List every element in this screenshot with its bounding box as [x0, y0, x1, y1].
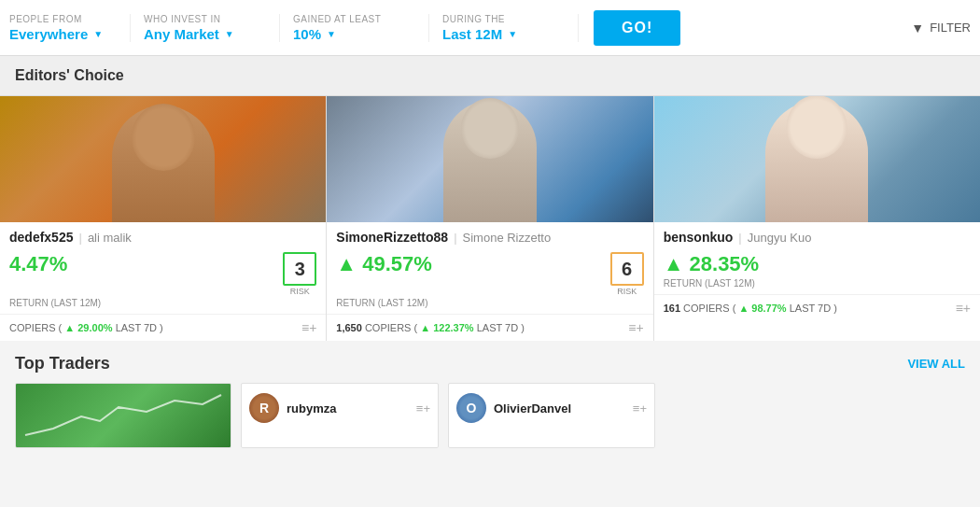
card-identity-1: dedefx525 | ali malik: [0, 222, 326, 248]
gained-at-least-arrow-icon: ▼: [327, 29, 336, 39]
card-identity-2: SimoneRizzetto88 | Simone Rizzetto: [327, 222, 652, 248]
who-invest-in-arrow-icon: ▼: [225, 29, 234, 39]
return-value-1: 4.47%: [9, 252, 67, 276]
mini-copy-icon-olivierdanvel[interactable]: ≡+: [633, 401, 647, 415]
mini-avatar-rubymza: R: [249, 393, 279, 423]
risk-badge-2: 6: [610, 252, 644, 286]
risk-label-1: RISK: [290, 287, 310, 296]
copiers-count-3: 161: [664, 303, 680, 314]
copiers-change-3: ▲ 98.77%: [738, 303, 786, 314]
go-button[interactable]: GO!: [594, 10, 680, 46]
risk-block-2: 6 RISK: [610, 252, 644, 296]
view-all-button[interactable]: VIEW ALL: [907, 357, 965, 371]
mini-card-chart-photo: [16, 384, 231, 447]
gained-at-least-filter[interactable]: GAINED AT LEAST 10% ▼: [280, 14, 429, 42]
people-from-filter[interactable]: PEOPLE FROM Everywhere ▼: [9, 14, 131, 42]
people-from-arrow-icon: ▼: [93, 29, 103, 39]
return-label-1: RETURN (LAST 12M): [0, 298, 326, 314]
card-separator-3: |: [738, 231, 741, 245]
filter-bar: PEOPLE FROM Everywhere ▼ WHO INVEST IN A…: [0, 0, 980, 56]
who-invest-in-value[interactable]: Any Market ▼: [144, 26, 266, 42]
copiers-change-1: ▲ 29.00%: [64, 322, 112, 333]
trader-photo-1: [0, 96, 326, 222]
copy-icon-1[interactable]: ≡+: [301, 320, 316, 335]
risk-label-2: RISK: [617, 287, 637, 296]
card-separator-1: |: [78, 231, 81, 245]
card-identity-3: bensonkuo | Jungyu Kuo: [654, 222, 980, 248]
card-copiers-2: 1,650 COPIERS ( ▲ 122.37% LAST 7D ) ≡+: [327, 314, 652, 341]
top-traders-header: Top Traders VIEW ALL: [0, 341, 980, 383]
card-realname-1: ali malik: [88, 231, 132, 245]
mini-username-olivierdanvel: OlivierDanvel: [494, 401, 571, 415]
copiers-count-2: 1,650: [336, 322, 362, 333]
return-value-3: ▲ 28.35%: [664, 252, 760, 276]
mini-card-chart: [15, 383, 231, 448]
mini-avatar-olivierdanvel: O: [456, 393, 486, 423]
during-the-label: DURING THE: [442, 14, 565, 24]
card-return-2: ▲ 49.57% 6 RISK: [327, 248, 652, 298]
filter-button[interactable]: ▼ FILTER: [911, 21, 971, 35]
risk-block-1: 3 RISK: [283, 252, 316, 296]
card-return-3: ▲ 28.35%: [654, 248, 980, 278]
mini-username-rubymza: rubymza: [287, 401, 336, 415]
top-traders-title: Top Traders: [15, 354, 110, 373]
card-separator-2: |: [454, 231, 456, 245]
card-username-2: SimoneRizzetto88: [336, 230, 448, 245]
card-username-1: dedefx525: [9, 230, 73, 245]
card-realname-3: Jungyu Kuo: [748, 231, 812, 245]
return-label-3: RETURN (LAST 12M): [654, 278, 980, 294]
mini-card-olivierdanvel-identity: O OlivierDanvel ≡+: [449, 384, 654, 432]
copy-icon-3[interactable]: ≡+: [956, 301, 971, 316]
chart-svg: [16, 384, 231, 447]
card-realname-2: Simone Rizzetto: [463, 231, 552, 245]
filter-icon: ▼: [911, 21, 924, 35]
during-the-arrow-icon: ▼: [508, 29, 517, 39]
card-username-3: bensonkuo: [664, 230, 734, 245]
gained-at-least-label: GAINED AT LEAST: [293, 14, 415, 24]
people-from-value[interactable]: Everywhere ▼: [9, 26, 117, 42]
gained-at-least-value[interactable]: 10% ▼: [293, 26, 415, 42]
mini-card-rubymza-identity: R rubymza ≡+: [242, 384, 438, 432]
card-return-1: 4.47% 3 RISK: [0, 248, 326, 298]
mini-card-rubymza: R rubymza ≡+: [241, 383, 439, 448]
trader-card-1: dedefx525 | ali malik 4.47% 3 RISK RETUR…: [0, 96, 327, 341]
trader-card-3: bensonkuo | Jungyu Kuo ▲ 28.35% RETURN (…: [654, 96, 980, 341]
trader-photo-2: [327, 96, 652, 222]
trader-photo-3: [654, 96, 980, 222]
risk-badge-1: 3: [283, 252, 316, 286]
card-copiers-1: COPIERS ( ▲ 29.00% LAST 7D ) ≡+: [0, 314, 326, 341]
trader-card-2: SimoneRizzetto88 | Simone Rizzetto ▲ 49.…: [327, 96, 653, 341]
copy-icon-2[interactable]: ≡+: [628, 320, 643, 335]
people-from-label: PEOPLE FROM: [9, 14, 117, 24]
return-value-2: ▲ 49.57%: [336, 252, 432, 276]
editors-choice-header: Editors' Choice: [0, 56, 980, 96]
mini-copy-icon-rubymza[interactable]: ≡+: [416, 401, 430, 415]
return-label-2: RETURN (LAST 12M): [327, 298, 652, 314]
editors-choice-cards: dedefx525 | ali malik 4.47% 3 RISK RETUR…: [0, 96, 980, 341]
during-the-filter[interactable]: DURING THE Last 12M ▼: [429, 14, 579, 42]
during-the-value[interactable]: Last 12M ▼: [442, 26, 565, 42]
copiers-change-2: ▲ 122.37%: [420, 322, 473, 333]
card-copiers-3: 161 COPIERS ( ▲ 98.77% LAST 7D ) ≡+: [654, 294, 980, 321]
who-invest-in-label: WHO INVEST IN: [144, 14, 266, 24]
mini-card-olivierdanvel: O OlivierDanvel ≡+: [448, 383, 655, 448]
top-traders-cards-row: R rubymza ≡+ O OlivierDanvel ≡+: [0, 383, 980, 448]
who-invest-in-filter[interactable]: WHO INVEST IN Any Market ▼: [131, 14, 280, 42]
